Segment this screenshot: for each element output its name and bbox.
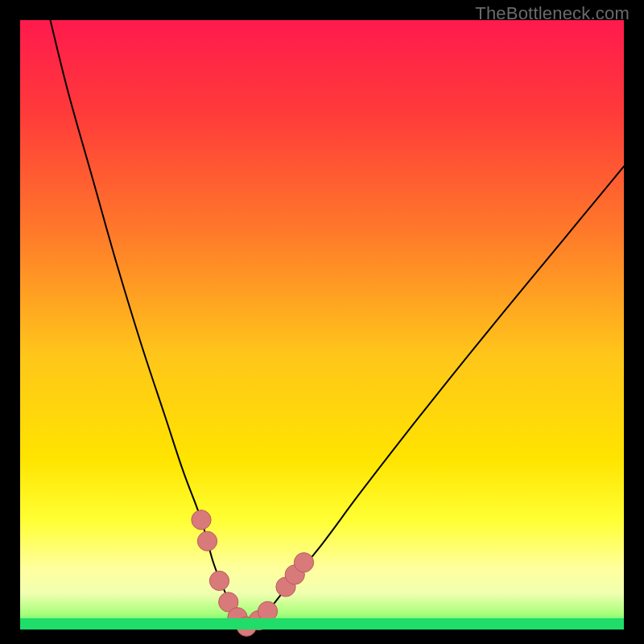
threshold-marker xyxy=(209,571,229,590)
bottleneck-chart xyxy=(0,0,644,644)
threshold-marker xyxy=(294,553,313,572)
threshold-marker xyxy=(192,510,211,530)
watermark-text: TheBottleneck.com xyxy=(475,3,630,24)
plot-background xyxy=(20,20,624,630)
optimal-band xyxy=(20,618,624,630)
threshold-marker xyxy=(258,601,277,621)
threshold-marker xyxy=(197,531,217,551)
chart-container: TheBottleneck.com xyxy=(0,0,644,644)
